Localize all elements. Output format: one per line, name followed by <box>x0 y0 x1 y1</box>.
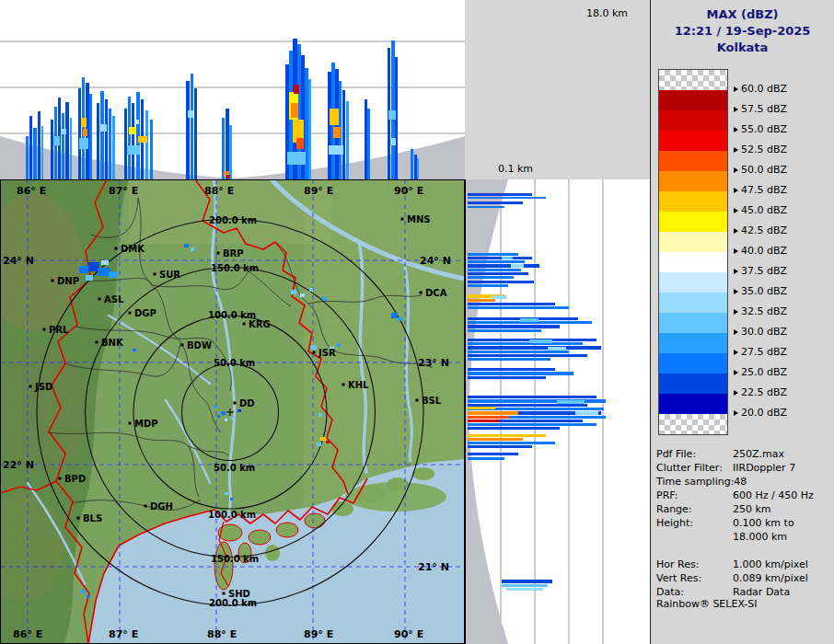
longitude-label: 88° E <box>204 185 234 197</box>
echo-cell <box>124 109 127 179</box>
echo-cell <box>65 102 69 179</box>
legend-color-cell <box>659 131 727 151</box>
legend-entry: 32.5 dBZ <box>734 305 787 317</box>
city-marker <box>223 592 226 595</box>
echo-cell <box>214 406 217 408</box>
echo-cell <box>226 109 229 179</box>
info-row: 18.000 km <box>656 530 833 544</box>
echo-cell <box>188 110 193 118</box>
city-marker <box>129 312 132 315</box>
legend-entry-label: 37.5 dBZ <box>741 265 787 277</box>
echo-cell <box>468 206 504 208</box>
echo-cell <box>291 103 298 118</box>
echo-cell <box>468 376 546 379</box>
echo-cell <box>529 339 552 343</box>
legend-tick-arrow-icon <box>734 329 738 335</box>
echo-cell <box>225 492 228 495</box>
echo-cell <box>150 120 153 179</box>
legend-footer: Rainbow® SELEX-SI <box>656 598 758 610</box>
city-label: MDP <box>134 419 158 429</box>
echo-cell <box>468 284 508 287</box>
legend-entry: 57.5 dBZ <box>734 103 787 115</box>
echo-cell <box>506 588 543 591</box>
legend-entry-label: 27.5 dBZ <box>741 346 787 358</box>
info-row: Clutter Filter:IIRDoppler 7 <box>656 461 833 475</box>
info-row: Height:0.100 km to <box>656 516 833 530</box>
legend-color-cell <box>659 212 727 232</box>
echo-cell <box>365 99 367 179</box>
corner-panel: 18.0 km 0.1 km <box>465 0 650 179</box>
echo-cell <box>575 411 598 415</box>
longitude-label: 90° E <box>394 185 423 197</box>
city-marker <box>181 344 184 347</box>
echo-cell <box>342 90 345 179</box>
echo-cell <box>468 399 606 403</box>
echo-cell <box>296 138 304 149</box>
info-row: PRF:600 Hz / 450 Hz <box>656 489 833 502</box>
echo-cell <box>83 129 87 136</box>
city-label: DMK <box>121 244 145 254</box>
latitude-label: 22° N <box>3 459 34 471</box>
legend-entry: 35.0 dBZ <box>734 285 787 297</box>
legend-entry: 40.0 dBZ <box>734 245 787 257</box>
legend-color-cell <box>659 110 727 131</box>
range-ring-label: 200.0 km <box>209 215 257 225</box>
legend-color-cell <box>659 414 727 434</box>
echo-cell <box>468 325 560 328</box>
legend-color-cell <box>659 272 727 293</box>
echo-cell <box>29 116 32 179</box>
echo-cell <box>468 407 495 409</box>
legend-entry: 50.0 dBZ <box>734 164 787 176</box>
echo-cell <box>97 103 99 179</box>
legend-entry: 30.0 dBZ <box>734 326 787 338</box>
echo-cell <box>468 201 523 204</box>
echo-cell <box>70 118 72 179</box>
city-marker <box>129 422 132 425</box>
legend-color-cell <box>659 353 727 374</box>
legend-tick-arrow-icon <box>734 289 738 294</box>
longitude-label: 88° E <box>207 628 237 640</box>
legend-colorbar <box>658 69 728 435</box>
echo-cell <box>468 420 500 422</box>
city-label: JSR <box>318 348 336 358</box>
longitude-label: 89° E <box>304 185 333 197</box>
echo-cell <box>145 110 148 179</box>
city-label: DD <box>239 398 255 408</box>
echo-cell <box>62 113 64 179</box>
city-label: SUR <box>159 270 180 280</box>
city-label: MNS <box>407 214 431 224</box>
echo-cell <box>194 88 197 179</box>
echo-cell <box>468 404 587 407</box>
echo-cell <box>33 128 37 179</box>
echo-cell <box>388 110 396 120</box>
echo-cell <box>300 293 305 297</box>
legend-tick-arrow-icon <box>734 86 738 92</box>
range-ring-label: 100.0 km <box>208 310 256 320</box>
legend-tick-arrow-icon <box>734 309 738 315</box>
city-marker <box>59 477 62 480</box>
info-row: Hor Res:1.000 km/pixel <box>656 558 833 571</box>
echo-cell <box>136 92 140 179</box>
echo-cell <box>51 120 53 179</box>
legend-entry-label: 30.0 dBZ <box>741 326 787 338</box>
legend-color-cell <box>659 171 727 191</box>
echo-cell <box>468 358 550 361</box>
echo-cell <box>191 74 193 179</box>
echo-cell <box>222 118 225 179</box>
echo-cell <box>468 396 597 398</box>
echo-cell <box>468 342 583 345</box>
echo-cell <box>294 85 299 94</box>
echo-cell <box>87 595 90 598</box>
legend-color-cell <box>659 313 727 333</box>
legend-tick-arrow-icon <box>734 410 738 416</box>
city-marker <box>43 328 46 331</box>
city-marker <box>217 252 220 255</box>
echo-cell <box>492 295 506 299</box>
echo-cell <box>417 158 419 179</box>
city-label: BSL <box>422 396 442 406</box>
city-marker <box>77 517 80 520</box>
echo-cell <box>391 40 395 179</box>
echo-cell <box>468 306 569 309</box>
range-ring-label: 200.0 km <box>209 598 257 608</box>
city-label: JSD <box>34 382 52 392</box>
